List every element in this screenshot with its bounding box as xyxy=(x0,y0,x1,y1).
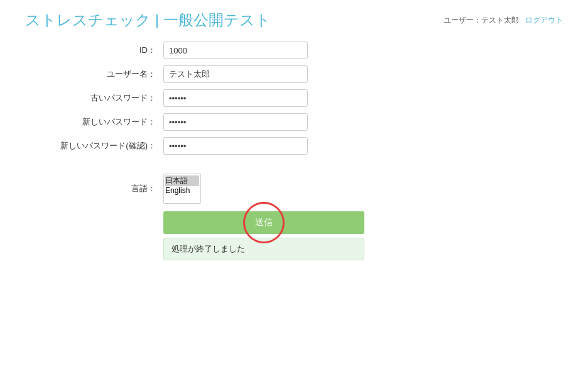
old-password-label: 古いパスワード： xyxy=(25,92,163,104)
id-label: ID： xyxy=(25,45,163,56)
language-select[interactable]: 日本語 English xyxy=(163,174,201,204)
success-message: 処理が終了しました xyxy=(163,238,364,260)
form-container: ID： ユーザー名： 古いパスワード： 新しいパスワード： 新しいパスワード(確… xyxy=(0,35,588,267)
new-password-input[interactable] xyxy=(163,113,308,131)
username-label: ユーザー名： xyxy=(25,69,163,80)
page-container: ストレスチェック | 一般公開テスト ユーザー：テスト太郎 ログアウト ID： … xyxy=(0,0,588,366)
submit-section: 送信 処理が終了しました xyxy=(163,211,364,260)
language-option-ja[interactable]: 日本語 xyxy=(165,175,199,186)
confirm-password-row: 新しいパスワード(確認)： xyxy=(25,137,563,155)
new-password-label: 新しいパスワード： xyxy=(25,116,163,128)
submit-button[interactable]: 送信 xyxy=(163,211,364,234)
id-row: ID： xyxy=(25,42,563,59)
id-input[interactable] xyxy=(163,42,308,59)
language-label: 言語： xyxy=(25,183,163,194)
language-section: 言語： 日本語 English xyxy=(25,174,563,204)
old-password-input[interactable] xyxy=(163,89,308,107)
confirm-password-label: 新しいパスワード(確認)： xyxy=(25,140,163,152)
page-title: ストレスチェック | 一般公開テスト xyxy=(25,10,271,30)
confirm-password-input[interactable] xyxy=(163,137,308,155)
user-label: ユーザー：テスト太郎 xyxy=(444,16,519,25)
header: ストレスチェック | 一般公開テスト ユーザー：テスト太郎 ログアウト xyxy=(0,0,588,35)
user-info: ユーザー：テスト太郎 ログアウト xyxy=(444,10,575,26)
new-password-row: 新しいパスワード： xyxy=(25,113,563,131)
logout-link[interactable]: ログアウト xyxy=(525,16,563,25)
username-row: ユーザー名： xyxy=(25,65,563,83)
username-input[interactable] xyxy=(163,65,308,83)
language-option-en[interactable]: English xyxy=(165,186,199,195)
old-password-row: 古いパスワード： xyxy=(25,89,563,107)
